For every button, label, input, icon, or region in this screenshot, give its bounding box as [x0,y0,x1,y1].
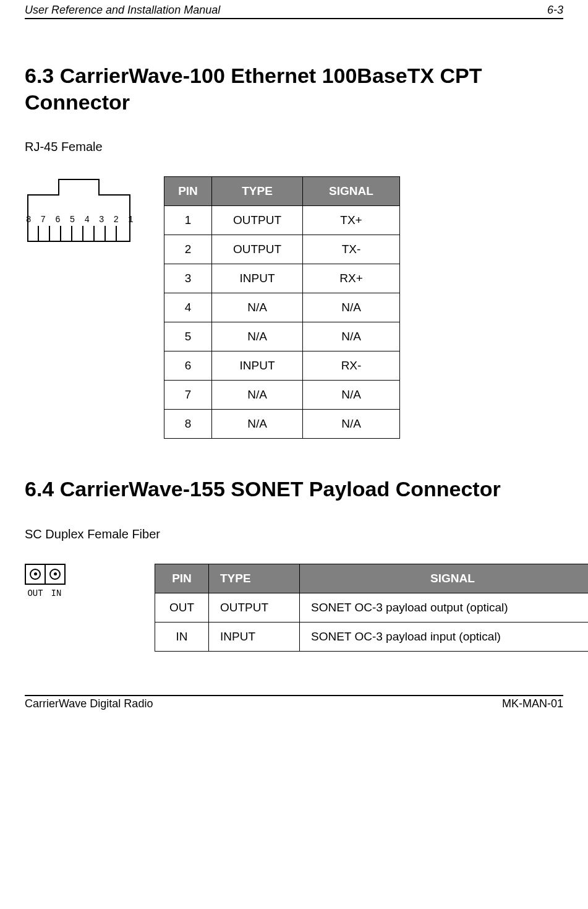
table-row: ININPUTSONET OC-3 payload input (optical… [155,622,589,651]
header-rule [25,18,563,19]
table-row: 2OUTPUTTX- [164,235,400,264]
col-signal: SIGNAL [303,177,400,206]
section-6-3-title: 6.3 CarrierWave-100 Ethernet 100BaseTX C… [25,62,563,115]
page: User Reference and Installation Manual 6… [0,0,588,717]
footer-left: CarrierWave Digital Radio [25,697,153,710]
col-type: TYPE [209,564,300,593]
col-pin: PIN [164,177,212,206]
page-header: User Reference and Installation Manual 6… [25,0,563,17]
table-row: 3INPUTRX+ [164,264,400,293]
footer-rule [25,695,563,696]
header-right: 6-3 [547,4,563,17]
table-row: 4N/AN/A [164,293,400,322]
sc-duplex-diagram: OUTIN [25,564,99,598]
rj45-pinout-table: PIN TYPE SIGNAL 1OUTPUTTX+ 2OUTPUTTX- 3I… [164,176,400,439]
table-row: OUTOUTPUTSONET OC-3 payload output (opti… [155,593,589,622]
section-6-3-content: 8 7 6 5 4 3 2 1 PIN TYPE SIGNAL 1OUTPUTT… [25,176,563,439]
sc-out-port-icon [25,564,46,585]
col-pin: PIN [155,564,209,593]
rj45-connector-icon [25,176,133,244]
sc-port-labels: OUTIN [25,588,99,598]
table-row: 8N/AN/A [164,410,400,439]
footer-right: MK-MAN-01 [502,697,563,710]
col-type: TYPE [212,177,303,206]
sc-in-label: IN [46,588,67,598]
section-6-4-content: OUTIN PIN TYPE SIGNAL OUTOUTPUTSONET OC-… [25,564,563,652]
table-row: 1OUTPUTTX+ [164,206,400,235]
table-row: 7N/AN/A [164,381,400,410]
section-6-3-subtitle: RJ-45 Female [25,140,563,154]
header-left: User Reference and Installation Manual [25,4,220,17]
section-6-4-title: 6.4 CarrierWave-155 SONET Payload Connec… [25,476,563,502]
rj45-pin-numbers: 8 7 6 5 4 3 2 1 [26,215,134,225]
col-signal: SIGNAL [300,564,589,593]
section-6-4-subtitle: SC Duplex Female Fiber [25,527,563,541]
table-row: 5N/AN/A [164,322,400,351]
sc-in-port-icon [45,564,66,585]
table-row: 6INPUTRX- [164,351,400,381]
rj45-diagram: 8 7 6 5 4 3 2 1 [25,176,133,254]
sc-pinout-table: PIN TYPE SIGNAL OUTOUTPUTSONET OC-3 payl… [155,564,588,652]
sc-out-label: OUT [25,588,46,598]
page-footer: CarrierWave Digital Radio MK-MAN-01 [25,697,563,717]
